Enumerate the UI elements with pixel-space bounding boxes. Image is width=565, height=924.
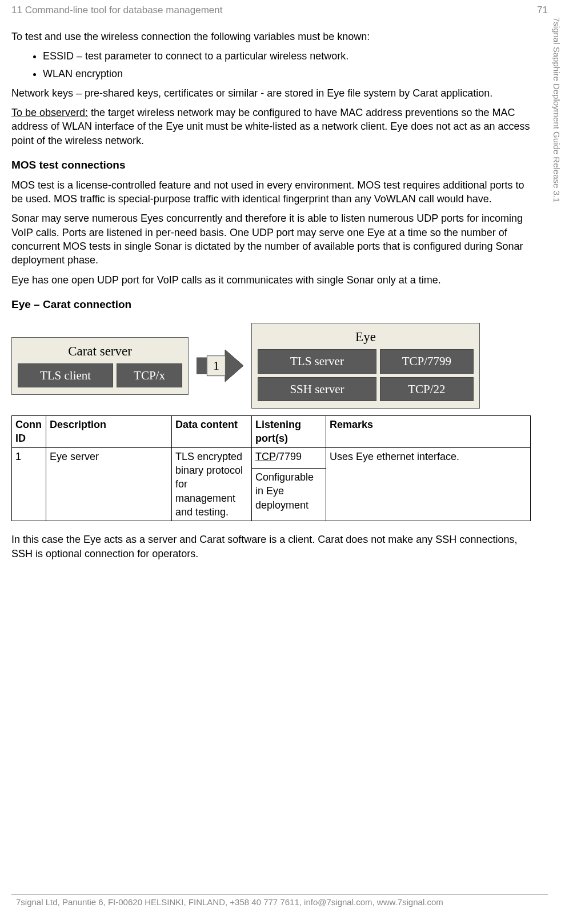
page-body: To test and use the wireless connection … (11, 18, 548, 561)
paragraph: Eye has one open UDP port for VoIP calls… (11, 273, 531, 287)
box-title: Carat server (18, 342, 182, 360)
tcp-x-tag: TCP/x (117, 363, 182, 387)
table-header-row: Conn ID Description Data content Listeni… (12, 416, 531, 448)
bullet-list: ESSID – test parameter to connect to a p… (11, 49, 531, 81)
tls-client-tag: TLS client (18, 363, 113, 387)
cell-remarks: Uses Eye ethernet interface. (326, 447, 531, 521)
observed-text: the target wireless network may be confi… (11, 107, 530, 146)
tls-server-tag: TLS server (258, 349, 376, 373)
connection-table: Conn ID Description Data content Listeni… (11, 415, 531, 521)
list-item: ESSID – test parameter to connect to a p… (43, 49, 531, 63)
paragraph: Sonar may serve numerous Eyes concurrent… (11, 211, 531, 267)
arrow-icon: 1 (197, 350, 243, 382)
footer-text: 7signal Ltd, Panuntie 6, FI-00620 HELSIN… (11, 897, 548, 907)
paragraph: MOS test is a license-controlled feature… (11, 178, 531, 206)
port-number: /7799 (276, 451, 302, 462)
col-header: Listening port(s) (252, 416, 326, 448)
table-row: 1 Eye server TLS encrypted binary protoc… (12, 447, 531, 468)
col-header: Description (46, 416, 172, 448)
carat-server-box: Carat server TLS client TCP/x (11, 337, 189, 395)
col-header: Remarks (326, 416, 531, 448)
cell-description: Eye server (46, 447, 172, 521)
cell-port: TCP/7799 (252, 447, 326, 468)
list-item: WLAN encryption (43, 67, 531, 81)
ssh-server-tag: SSH server (258, 377, 376, 401)
observed-label: To be observerd: (11, 107, 88, 118)
paragraph: Network keys – pre-shared keys, certific… (11, 86, 531, 100)
side-title: 7signal Sapphire Deployment Guide Releas… (552, 17, 562, 202)
paragraph: To be observerd: the target wireless net… (11, 106, 531, 147)
intro-text: To test and use the wireless connection … (11, 30, 531, 43)
cell-data-content: TLS encrypted binary protocol for manage… (172, 447, 252, 521)
col-header: Data content (172, 416, 252, 448)
box-title: Eye (258, 328, 474, 346)
eye-box: Eye TLS server TCP/7799 SSH server TCP/2… (251, 323, 480, 409)
heading-eye-carat: Eye – Carat connection (11, 297, 531, 312)
closing-paragraph: In this case the Eye acts as a server an… (11, 533, 531, 561)
arrow-label: 1 (207, 355, 226, 376)
tcp-label: TCP (255, 451, 276, 462)
connection-diagram: Carat server TLS client TCP/x 1 Eye TLS … (11, 323, 531, 409)
page-footer: 7signal Ltd, Panuntie 6, FI-00620 HELSIN… (11, 894, 548, 907)
cell-port-note: Configurable in Eye deployment (252, 468, 326, 521)
tcp-7799-tag: TCP/7799 (380, 349, 474, 373)
header-title: 11 Command-line tool for database manage… (11, 5, 223, 16)
page-number: 71 (537, 5, 548, 16)
tcp-22-tag: TCP/22 (380, 377, 474, 401)
col-header: Conn ID (12, 416, 46, 448)
heading-mos: MOS test connections (11, 158, 531, 173)
cell-conn-id: 1 (12, 447, 46, 521)
page-header: 11 Command-line tool for database manage… (11, 5, 548, 18)
